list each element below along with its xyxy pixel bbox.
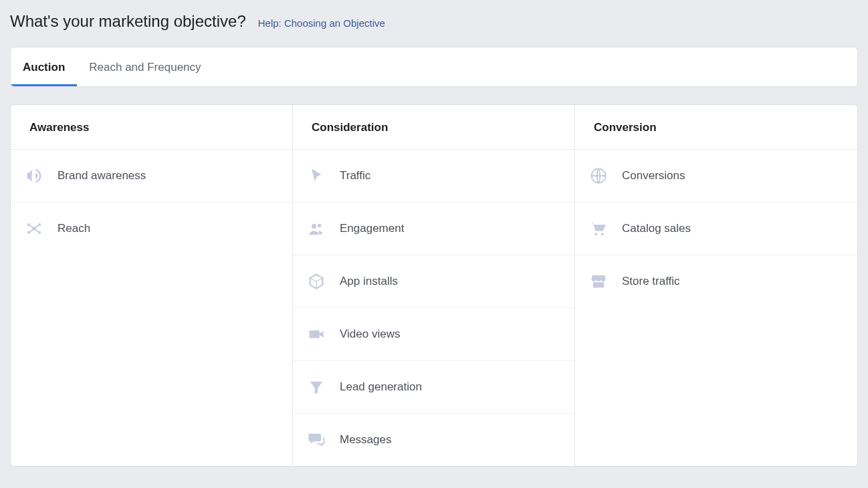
buying-type-tabs: Auction Reach and Frequency [10,47,858,87]
objective-label: App installs [340,275,398,288]
video-icon [306,324,326,344]
objective-messages[interactable]: Messages [293,414,574,466]
page-title: What's your marketing objective? [10,12,246,31]
objective-label: Engagement [340,222,404,235]
column-header-conversion: Conversion [575,105,857,150]
objective-label: Traffic [340,169,370,182]
svg-point-4 [38,231,41,234]
objective-label: Lead generation [340,380,422,394]
objective-label: Store traffic [622,275,680,288]
svg-rect-7 [310,330,320,338]
share-nodes-icon [24,219,44,239]
svg-point-1 [27,223,30,226]
globe-icon [588,166,609,186]
megaphone-icon [24,166,44,186]
chat-bubbles-icon [306,430,326,450]
objective-label: Catalog sales [622,222,691,235]
objective-video-views[interactable]: Video views [293,308,574,361]
column-awareness: Awareness Brand awareness Reach [11,105,293,466]
shopping-cart-icon [588,219,609,239]
cube-icon [306,271,326,291]
objective-label: Video views [340,328,400,341]
objective-conversions[interactable]: Conversions [575,150,857,203]
objective-label: Brand awareness [58,169,146,182]
objective-store-traffic[interactable]: Store traffic [575,255,857,308]
store-icon [588,271,609,291]
objective-label: Reach [58,222,90,235]
objective-label: Messages [340,433,391,447]
people-icon [306,219,326,239]
svg-point-9 [595,233,598,235]
column-consideration: Consideration Traffic Engagement App ins… [293,105,575,466]
objective-catalog-sales[interactable]: Catalog sales [575,203,857,255]
svg-point-2 [38,223,41,226]
objectives-card: Awareness Brand awareness Reach Consider… [10,104,858,467]
tab-auction[interactable]: Auction [11,47,77,86]
help-link[interactable]: Help: Choosing an Objective [258,17,385,29]
svg-point-5 [312,224,316,229]
column-header-consideration: Consideration [293,105,574,150]
svg-point-6 [318,224,321,227]
svg-point-10 [601,233,604,235]
objective-traffic[interactable]: Traffic [293,150,574,203]
objective-app-installs[interactable]: App installs [293,255,574,308]
objective-brand-awareness[interactable]: Brand awareness [11,150,292,203]
svg-point-3 [27,231,30,234]
objective-engagement[interactable]: Engagement [293,203,574,255]
objective-reach[interactable]: Reach [11,203,292,255]
column-conversion: Conversion Conversions Catalog sales Sto… [575,105,857,466]
tab-reach-frequency[interactable]: Reach and Frequency [77,47,213,86]
column-header-awareness: Awareness [11,105,292,150]
objective-lead-generation[interactable]: Lead generation [293,361,574,414]
funnel-icon [306,377,326,397]
objective-label: Conversions [622,169,685,182]
cursor-icon [306,166,326,186]
